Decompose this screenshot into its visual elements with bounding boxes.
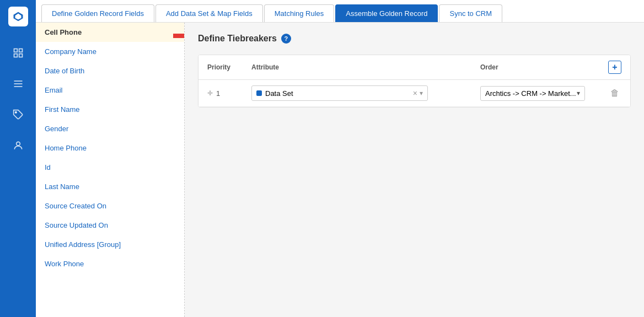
svg-point-10 bbox=[16, 142, 20, 146]
grid-icon[interactable] bbox=[8, 43, 28, 63]
right-panel: Define Tiebreakers ? Priority Attribute … bbox=[185, 23, 644, 317]
attribute-select-dropdown[interactable]: Data Set × ▾ bbox=[251, 85, 428, 101]
priority-number: 1 bbox=[216, 89, 220, 98]
field-item-home-phone[interactable]: Home Phone bbox=[36, 138, 184, 158]
field-item-work-phone[interactable]: Work Phone bbox=[36, 254, 184, 273]
app-logo[interactable] bbox=[8, 7, 28, 26]
svg-point-9 bbox=[15, 112, 17, 114]
table-header: Priority Attribute Order + bbox=[198, 55, 630, 80]
field-item-id[interactable]: Id bbox=[36, 158, 184, 177]
delete-row-button[interactable]: 🗑 bbox=[608, 87, 621, 99]
tabs-bar: Define Golden Record Fields Add Data Set… bbox=[36, 0, 644, 23]
attribute-value: Data Set bbox=[265, 89, 293, 98]
field-item-source-created-on[interactable]: Source Created On bbox=[36, 196, 184, 216]
header-priority: Priority bbox=[207, 63, 251, 71]
body-area: Cell Phone Company Name Date of Birth Em… bbox=[36, 23, 644, 317]
order-cell: Archtics -> CRM -> Market... ▾ bbox=[480, 86, 602, 101]
attribute-chevron-down-icon[interactable]: ▾ bbox=[420, 89, 423, 97]
clear-attribute-button[interactable]: × bbox=[413, 89, 417, 98]
user-support-icon[interactable] bbox=[8, 136, 28, 155]
header-attribute: Attribute bbox=[251, 63, 480, 71]
add-tiebreaker-button[interactable]: + bbox=[608, 61, 621, 74]
field-item-unified-address[interactable]: Unified Address [Group] bbox=[36, 235, 184, 254]
svg-rect-2 bbox=[14, 49, 17, 52]
tiebreakers-table: Priority Attribute Order + ✛ 1 bbox=[198, 55, 631, 108]
drag-handle-icon[interactable]: ✛ bbox=[207, 89, 213, 97]
field-list: Cell Phone Company Name Date of Birth Em… bbox=[36, 23, 185, 317]
header-order: Order bbox=[480, 63, 602, 71]
tab-sync-crm[interactable]: Sync to CRM bbox=[439, 4, 502, 22]
order-select-dropdown[interactable]: Archtics -> CRM -> Market... ▾ bbox=[480, 86, 585, 101]
field-item-first-name[interactable]: First Name bbox=[36, 100, 184, 119]
svg-rect-5 bbox=[19, 54, 22, 57]
tab-assemble[interactable]: Assemble Golden Record bbox=[335, 4, 438, 22]
sidebar bbox=[0, 0, 36, 317]
priority-cell: ✛ 1 bbox=[207, 89, 251, 98]
field-item-email[interactable]: Email bbox=[36, 80, 184, 100]
svg-rect-4 bbox=[14, 54, 17, 57]
tab-matching-rules[interactable]: Matching Rules bbox=[264, 4, 335, 22]
main-content: Define Golden Record Fields Add Data Set… bbox=[36, 0, 644, 317]
field-item-cell-phone[interactable]: Cell Phone bbox=[36, 23, 184, 42]
field-item-source-updated-on[interactable]: Source Updated On bbox=[36, 216, 184, 235]
panel-title: Define Tiebreakers ? bbox=[198, 34, 631, 44]
delete-cell: 🗑 bbox=[602, 87, 621, 99]
order-chevron-down-icon[interactable]: ▾ bbox=[577, 89, 580, 97]
field-item-gender[interactable]: Gender bbox=[36, 119, 184, 138]
tab-define-fields[interactable]: Define Golden Record Fields bbox=[41, 4, 154, 22]
attribute-cell: Data Set × ▾ bbox=[251, 85, 480, 101]
header-add-col: + bbox=[602, 61, 621, 74]
field-item-date-of-birth[interactable]: Date of Birth bbox=[36, 61, 184, 80]
table-row: ✛ 1 Data Set × ▾ bbox=[198, 80, 630, 107]
tag-icon[interactable] bbox=[8, 105, 28, 125]
field-item-company-name[interactable]: Company Name bbox=[36, 42, 184, 61]
tab-add-dataset[interactable]: Add Data Set & Map Fields bbox=[155, 4, 263, 22]
dataset-dot-icon bbox=[256, 90, 262, 96]
order-value: Archtics -> CRM -> Market... bbox=[485, 89, 576, 98]
list-icon[interactable] bbox=[8, 74, 28, 94]
svg-rect-3 bbox=[19, 49, 22, 52]
field-item-last-name[interactable]: Last Name bbox=[36, 177, 184, 196]
help-icon[interactable]: ? bbox=[281, 34, 291, 44]
